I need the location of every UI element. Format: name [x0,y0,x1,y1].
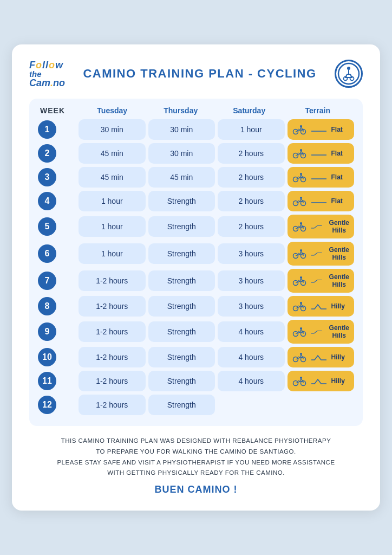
tuesday-cell: 1-2 hours [79,270,146,291]
terrain-cell: Gentle Hills [288,242,355,266]
svg-point-36 [300,249,302,251]
logo-camino-text: Cam.no [29,78,65,88]
svg-point-27 [300,197,302,199]
table-row: 111-2 hoursStrength4 hours Hilly [38,371,354,391]
col-tuesday: Tuesday [78,106,147,115]
week-number: 12 [38,396,56,414]
saturday-cell: 3 hours [218,270,285,291]
svg-point-44 [300,302,302,304]
saturday-cell: 2 hours [218,167,285,188]
svg-point-40 [300,276,302,279]
svg-line-18 [298,153,300,154]
tuesday-cell: 1-2 hours [79,321,146,342]
table-row: 245 min30 min2 hours Flat [38,143,354,164]
thursday-cell: Strength [148,296,215,317]
svg-line-33 [298,226,300,227]
thursday-cell: 45 min [148,167,215,188]
table-row: 61 hourStrength3 hours Gentle Hills [38,242,354,266]
col-thursday: Thursday [147,106,215,115]
week-number: 2 [38,144,56,163]
tuesday-cell: 1 hour [79,216,146,237]
terrain-cell: Flat [288,143,355,164]
svg-line-57 [298,380,300,382]
thursday-cell: Strength [148,321,215,342]
thursday-cell: Strength [148,371,215,391]
svg-point-17 [300,149,302,151]
saturday-cell: 1 hour [218,119,285,140]
table-row: 41 hourStrength2 hours Flat [38,191,354,211]
tuesday-cell: 1 hour [79,243,146,264]
week-number: 11 [38,372,56,390]
cycling-icon [335,60,363,88]
table-row: 71-2 hoursStrength3 hours Gentle Hills [38,269,354,293]
table-row: 81-2 hoursStrength3 hours Hilly [38,296,354,317]
svg-line-23 [298,177,300,178]
saturday-cell [218,395,285,415]
svg-point-1 [347,67,350,70]
col-week: WEEK [40,106,78,115]
thursday-cell: Strength [148,347,215,367]
saturday-cell: 4 hours [218,371,285,391]
page-title: CAMINO TRAINING PLAN - CYCLING [65,67,335,81]
svg-point-12 [300,125,302,127]
tuesday-cell: 45 min [79,167,146,188]
svg-line-49 [298,331,300,332]
terrain-cell: Gentle Hills [288,269,355,293]
svg-line-28 [298,201,300,202]
week-number: 9 [38,322,56,341]
terrain-cell: Flat [288,191,355,211]
thursday-cell: 30 min [148,119,215,140]
svg-point-48 [300,327,302,330]
svg-line-37 [298,253,300,254]
saturday-cell: 3 hours [218,243,285,264]
logo-follow: Follow [29,60,63,70]
logo: Follow the Cam.no [29,60,65,88]
terrain-cell: Hilly [288,371,355,391]
saturday-cell: 2 hours [218,143,285,164]
svg-line-53 [298,357,300,358]
training-table: WEEK Tuesday Thursday Saturday Terrain 1… [29,99,363,426]
week-number: 5 [38,217,56,236]
week-number: 6 [38,244,56,263]
buen-camino: BUEN CAMINO ! [29,484,363,495]
tuesday-cell: 30 min [79,119,146,140]
terrain-cell: Gentle Hills [288,215,355,238]
tuesday-cell: 1-2 hours [79,347,146,367]
table-row: 121-2 hoursStrength [38,395,354,415]
thursday-cell: Strength [148,243,215,264]
tuesday-cell: 1-2 hours [79,395,146,415]
table-row: 51 hourStrength2 hours Gentle Hills [38,215,354,238]
col-saturday: Saturday [215,106,284,115]
page: Follow the Cam.no CAMINO TRAINING PLAN -… [12,44,380,510]
terrain-cell: Flat [288,167,355,188]
terrain-cell: Gentle Hills [288,320,355,344]
svg-point-22 [300,173,302,175]
svg-line-13 [298,129,300,130]
week-number: 3 [38,168,56,186]
svg-point-52 [300,353,302,355]
week-number: 8 [38,297,56,315]
thursday-cell: Strength [148,270,215,291]
tuesday-cell: 45 min [79,143,146,164]
tuesday-cell: 1-2 hours [79,371,146,391]
svg-line-45 [298,306,300,307]
svg-point-32 [300,222,302,224]
terrain-cell: Hilly [288,296,355,317]
week-number: 1 [38,120,56,139]
saturday-cell: 2 hours [218,191,285,211]
header: Follow the Cam.no CAMINO TRAINING PLAN -… [29,60,363,88]
table-row: 345 min45 min2 hours Flat [38,167,354,188]
saturday-cell: 4 hours [218,321,285,342]
thursday-cell: Strength [148,216,215,237]
footer-note: THIS CAMINO TRAINING PLAN WAS DESIGNED W… [29,436,363,478]
table-row: 130 min30 min1 hour Flat [38,119,354,140]
table-row: 101-2 hoursStrength4 hours Hilly [38,347,354,367]
svg-point-56 [300,377,302,379]
tuesday-cell: 1-2 hours [79,296,146,317]
saturday-cell: 2 hours [218,216,285,237]
rows-container: 130 min30 min1 hour Flat245 min30 min2 h… [38,119,354,415]
terrain-cell: Hilly [288,347,355,367]
thursday-cell: Strength [148,191,215,211]
table-row: 91-2 hoursStrength4 hours Gentle Hills [38,320,354,344]
col-terrain: Terrain [284,106,352,115]
